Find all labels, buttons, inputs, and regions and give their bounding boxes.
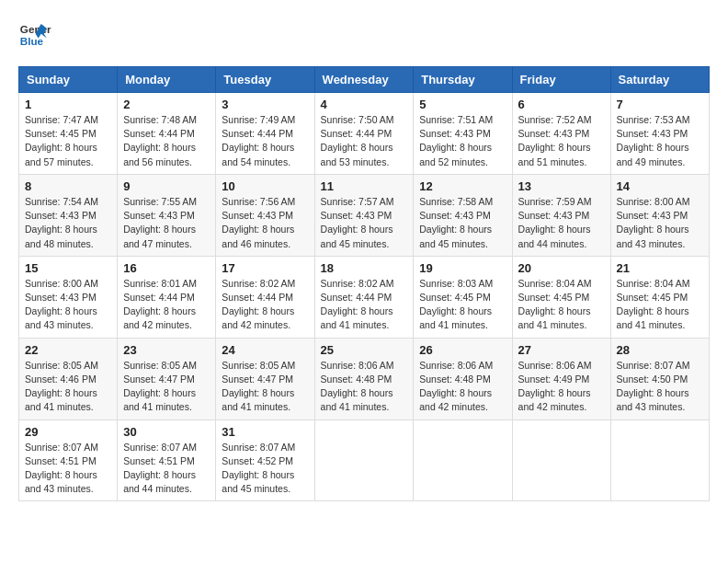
calendar-day-4: 4Sunrise: 7:50 AM Sunset: 4:44 PM Daylig… bbox=[314, 93, 414, 175]
column-header-saturday: Saturday bbox=[610, 67, 709, 93]
day-number: 26 bbox=[419, 343, 506, 357]
calendar-day-1: 1Sunrise: 7:47 AM Sunset: 4:45 PM Daylig… bbox=[19, 93, 118, 175]
calendar-day-9: 9Sunrise: 7:55 AM Sunset: 4:43 PM Daylig… bbox=[118, 174, 216, 256]
day-info: Sunrise: 8:07 AM Sunset: 4:51 PM Dayligh… bbox=[123, 441, 210, 497]
day-info: Sunrise: 7:54 AM Sunset: 4:43 PM Dayligh… bbox=[25, 195, 111, 251]
day-number: 7 bbox=[617, 98, 703, 111]
calendar-day-28: 28Sunrise: 8:07 AM Sunset: 4:50 PM Dayli… bbox=[610, 338, 709, 419]
day-info: Sunrise: 8:01 AM Sunset: 4:44 PM Dayligh… bbox=[123, 277, 210, 333]
calendar-day-11: 11Sunrise: 7:57 AM Sunset: 4:43 PM Dayli… bbox=[314, 174, 414, 256]
day-info: Sunrise: 8:03 AM Sunset: 4:45 PM Dayligh… bbox=[419, 277, 506, 333]
day-number: 8 bbox=[25, 179, 111, 193]
day-info: Sunrise: 8:02 AM Sunset: 4:44 PM Dayligh… bbox=[222, 277, 308, 333]
column-header-tuesday: Tuesday bbox=[216, 67, 314, 93]
day-info: Sunrise: 8:04 AM Sunset: 4:45 PM Dayligh… bbox=[518, 277, 605, 333]
calendar-day-10: 10Sunrise: 7:56 AM Sunset: 4:43 PM Dayli… bbox=[216, 174, 314, 256]
day-info: Sunrise: 7:55 AM Sunset: 4:43 PM Dayligh… bbox=[123, 195, 210, 251]
day-number: 29 bbox=[25, 425, 111, 439]
calendar-week-4: 22Sunrise: 8:05 AM Sunset: 4:46 PM Dayli… bbox=[19, 338, 710, 419]
day-number: 16 bbox=[123, 261, 210, 275]
day-info: Sunrise: 7:53 AM Sunset: 4:43 PM Dayligh… bbox=[617, 113, 703, 169]
calendar-header-row: SundayMondayTuesdayWednesdayThursdayFrid… bbox=[19, 67, 710, 93]
calendar-day-19: 19Sunrise: 8:03 AM Sunset: 4:45 PM Dayli… bbox=[414, 256, 512, 338]
calendar-day-24: 24Sunrise: 8:05 AM Sunset: 4:47 PM Dayli… bbox=[216, 338, 314, 419]
day-info: Sunrise: 8:07 AM Sunset: 4:52 PM Dayligh… bbox=[222, 441, 308, 497]
day-info: Sunrise: 7:56 AM Sunset: 4:43 PM Dayligh… bbox=[222, 195, 308, 251]
day-number: 21 bbox=[617, 261, 703, 275]
column-header-friday: Friday bbox=[512, 67, 610, 93]
day-info: Sunrise: 7:52 AM Sunset: 4:43 PM Dayligh… bbox=[518, 113, 605, 169]
day-info: Sunrise: 8:00 AM Sunset: 4:43 PM Dayligh… bbox=[617, 195, 703, 251]
calendar-day-15: 15Sunrise: 8:00 AM Sunset: 4:43 PM Dayli… bbox=[19, 256, 118, 338]
logo-icon: General Blue bbox=[18, 18, 51, 52]
day-number: 22 bbox=[25, 343, 111, 357]
day-info: Sunrise: 8:04 AM Sunset: 4:45 PM Dayligh… bbox=[617, 277, 703, 333]
day-number: 10 bbox=[222, 179, 308, 193]
day-info: Sunrise: 7:59 AM Sunset: 4:43 PM Dayligh… bbox=[518, 195, 605, 251]
empty-cell bbox=[414, 419, 512, 501]
day-number: 6 bbox=[518, 98, 605, 111]
empty-cell bbox=[512, 419, 610, 501]
calendar-week-1: 1Sunrise: 7:47 AM Sunset: 4:45 PM Daylig… bbox=[19, 93, 710, 175]
day-info: Sunrise: 8:07 AM Sunset: 4:50 PM Dayligh… bbox=[617, 359, 703, 415]
svg-text:Blue: Blue bbox=[20, 35, 44, 47]
calendar-day-18: 18Sunrise: 8:02 AM Sunset: 4:44 PM Dayli… bbox=[314, 256, 414, 338]
calendar-day-22: 22Sunrise: 8:05 AM Sunset: 4:46 PM Dayli… bbox=[19, 338, 118, 419]
day-info: Sunrise: 7:50 AM Sunset: 4:44 PM Dayligh… bbox=[321, 113, 408, 169]
column-header-wednesday: Wednesday bbox=[314, 67, 414, 93]
calendar-day-26: 26Sunrise: 8:06 AM Sunset: 4:48 PM Dayli… bbox=[414, 338, 512, 419]
calendar-day-23: 23Sunrise: 8:05 AM Sunset: 4:47 PM Dayli… bbox=[118, 338, 216, 419]
day-number: 9 bbox=[123, 179, 210, 193]
column-header-monday: Monday bbox=[118, 67, 216, 93]
day-number: 15 bbox=[25, 261, 111, 275]
calendar-day-2: 2Sunrise: 7:48 AM Sunset: 4:44 PM Daylig… bbox=[118, 93, 216, 175]
calendar-week-2: 8Sunrise: 7:54 AM Sunset: 4:43 PM Daylig… bbox=[19, 174, 710, 256]
calendar-day-5: 5Sunrise: 7:51 AM Sunset: 4:43 PM Daylig… bbox=[414, 93, 512, 175]
calendar-week-5: 29Sunrise: 8:07 AM Sunset: 4:51 PM Dayli… bbox=[19, 419, 710, 501]
calendar-day-21: 21Sunrise: 8:04 AM Sunset: 4:45 PM Dayli… bbox=[610, 256, 709, 338]
svg-text:General: General bbox=[20, 23, 51, 35]
calendar-day-29: 29Sunrise: 8:07 AM Sunset: 4:51 PM Dayli… bbox=[19, 419, 118, 501]
day-number: 3 bbox=[222, 98, 308, 111]
calendar-day-12: 12Sunrise: 7:58 AM Sunset: 4:43 PM Dayli… bbox=[414, 174, 512, 256]
day-info: Sunrise: 8:06 AM Sunset: 4:48 PM Dayligh… bbox=[321, 359, 408, 415]
empty-cell bbox=[610, 419, 709, 501]
calendar-day-8: 8Sunrise: 7:54 AM Sunset: 4:43 PM Daylig… bbox=[19, 174, 118, 256]
day-number: 19 bbox=[419, 261, 506, 275]
day-number: 27 bbox=[518, 343, 605, 357]
calendar-day-20: 20Sunrise: 8:04 AM Sunset: 4:45 PM Dayli… bbox=[512, 256, 610, 338]
calendar-day-27: 27Sunrise: 8:06 AM Sunset: 4:49 PM Dayli… bbox=[512, 338, 610, 419]
day-number: 12 bbox=[419, 179, 506, 193]
calendar-day-30: 30Sunrise: 8:07 AM Sunset: 4:51 PM Dayli… bbox=[118, 419, 216, 501]
calendar-day-16: 16Sunrise: 8:01 AM Sunset: 4:44 PM Dayli… bbox=[118, 256, 216, 338]
day-number: 11 bbox=[321, 179, 408, 193]
column-header-sunday: Sunday bbox=[19, 67, 118, 93]
day-info: Sunrise: 7:49 AM Sunset: 4:44 PM Dayligh… bbox=[222, 113, 308, 169]
day-number: 1 bbox=[25, 98, 111, 111]
calendar-day-7: 7Sunrise: 7:53 AM Sunset: 4:43 PM Daylig… bbox=[610, 93, 709, 175]
column-header-thursday: Thursday bbox=[414, 67, 512, 93]
empty-cell bbox=[314, 419, 414, 501]
day-number: 23 bbox=[123, 343, 210, 357]
day-number: 24 bbox=[222, 343, 308, 357]
calendar-day-3: 3Sunrise: 7:49 AM Sunset: 4:44 PM Daylig… bbox=[216, 93, 314, 175]
day-number: 13 bbox=[518, 179, 605, 193]
day-number: 18 bbox=[321, 261, 408, 275]
day-number: 31 bbox=[222, 425, 308, 439]
day-info: Sunrise: 7:58 AM Sunset: 4:43 PM Dayligh… bbox=[419, 195, 506, 251]
logo: General Blue bbox=[18, 18, 51, 52]
day-number: 14 bbox=[617, 179, 703, 193]
calendar-day-25: 25Sunrise: 8:06 AM Sunset: 4:48 PM Dayli… bbox=[314, 338, 414, 419]
day-number: 30 bbox=[123, 425, 210, 439]
calendar-day-31: 31Sunrise: 8:07 AM Sunset: 4:52 PM Dayli… bbox=[216, 419, 314, 501]
day-number: 5 bbox=[419, 98, 506, 111]
day-info: Sunrise: 8:02 AM Sunset: 4:44 PM Dayligh… bbox=[321, 277, 408, 333]
day-number: 28 bbox=[617, 343, 703, 357]
day-info: Sunrise: 8:00 AM Sunset: 4:43 PM Dayligh… bbox=[25, 277, 111, 333]
day-info: Sunrise: 8:05 AM Sunset: 4:47 PM Dayligh… bbox=[222, 359, 308, 415]
day-info: Sunrise: 8:06 AM Sunset: 4:49 PM Dayligh… bbox=[518, 359, 605, 415]
day-info: Sunrise: 8:07 AM Sunset: 4:51 PM Dayligh… bbox=[25, 441, 111, 497]
day-number: 2 bbox=[123, 98, 210, 111]
calendar-table: SundayMondayTuesdayWednesdayThursdayFrid… bbox=[18, 66, 710, 501]
day-info: Sunrise: 8:05 AM Sunset: 4:46 PM Dayligh… bbox=[25, 359, 111, 415]
